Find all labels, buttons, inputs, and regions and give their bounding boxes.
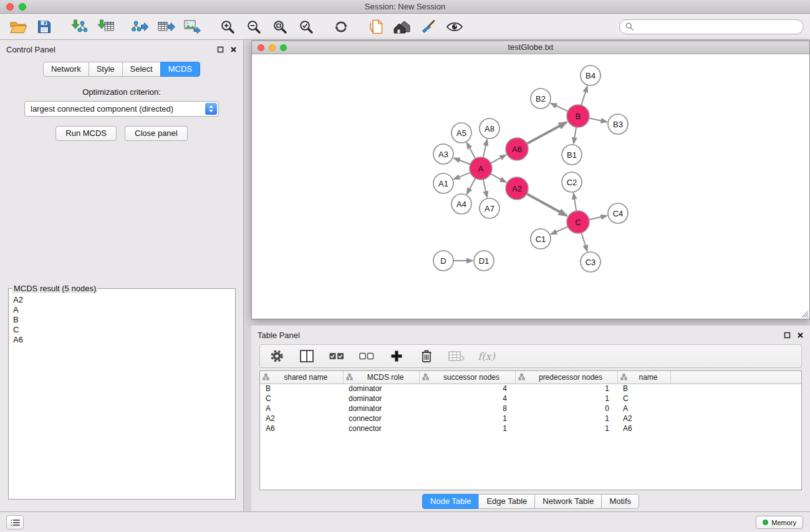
open-session-button[interactable] xyxy=(7,17,29,37)
graph-edge-B-B4[interactable] xyxy=(581,86,587,105)
column-header-successor-nodes[interactable]: successor nodes xyxy=(419,371,515,384)
table-row[interactable]: Adominator80A xyxy=(260,404,801,414)
graph-node-A[interactable]: A xyxy=(470,157,492,180)
graph-node-B1[interactable]: B1 xyxy=(562,145,582,165)
show-panels-button[interactable] xyxy=(6,515,24,530)
graph-node-B[interactable]: B xyxy=(567,105,589,127)
graph-node-A6[interactable]: A6 xyxy=(506,138,528,160)
search-input[interactable] xyxy=(637,22,798,31)
graph-node-A3[interactable]: A3 xyxy=(433,144,453,164)
graph-node-A2[interactable]: A2 xyxy=(506,177,528,200)
export-table-button[interactable] xyxy=(156,17,177,37)
table-row[interactable]: A6connector11A6 xyxy=(260,423,801,433)
graph-edge-C-C2[interactable] xyxy=(574,193,576,211)
close-panel-action-button[interactable]: Close panel xyxy=(125,126,188,141)
graph-edge-B-B1[interactable] xyxy=(574,127,576,143)
apply-layout-button[interactable] xyxy=(330,17,352,37)
graph-node-C4[interactable]: C4 xyxy=(608,203,628,223)
graph-node-B4[interactable]: B4 xyxy=(581,65,600,85)
table-settings-button[interactable] xyxy=(268,347,286,365)
close-panel-button[interactable] xyxy=(229,46,238,54)
table-row[interactable]: Bdominator41B xyxy=(260,384,801,394)
graph-edge-A-A8[interactable] xyxy=(483,140,487,158)
tab-motifs[interactable]: Motifs xyxy=(601,494,639,509)
column-header-shared-name[interactable]: shared name xyxy=(260,371,343,384)
graph-edge-A-A3[interactable] xyxy=(454,158,470,164)
graph-edge-A-A7[interactable] xyxy=(483,180,487,198)
graph-node-D[interactable]: D xyxy=(433,251,453,271)
graph-node-C1[interactable]: C1 xyxy=(531,229,551,249)
graph-edge-B-B3[interactable] xyxy=(589,118,607,122)
zoom-out-button[interactable] xyxy=(243,17,264,37)
graph-node-B3[interactable]: B3 xyxy=(608,114,628,134)
tab-style[interactable]: Style xyxy=(89,62,123,77)
toggle-graphics-details-button[interactable] xyxy=(444,17,465,37)
delete-columns-button[interactable] xyxy=(418,347,435,365)
first-neighbors-button[interactable] xyxy=(392,17,413,37)
deselect-all-button[interactable] xyxy=(358,347,375,365)
zoom-in-button[interactable] xyxy=(217,17,238,37)
tab-mcds[interactable]: MCDS xyxy=(160,62,200,77)
resize-grip-icon[interactable] xyxy=(800,309,809,318)
graph-node-A4[interactable]: A4 xyxy=(451,194,471,214)
select-all-button[interactable] xyxy=(328,347,345,365)
graph-edge-A2-C[interactable] xyxy=(527,194,567,216)
float-table-panel-button[interactable] xyxy=(783,331,791,339)
apply-style-button[interactable] xyxy=(418,17,439,37)
graph-edge-B-B2[interactable] xyxy=(551,104,567,112)
function-builder-button[interactable]: f(x) xyxy=(478,347,495,365)
graph-node-B2[interactable]: B2 xyxy=(531,89,551,109)
delete-table-button[interactable] xyxy=(448,347,465,365)
column-header-name[interactable]: name xyxy=(617,371,670,384)
graph-edge-C-C4[interactable] xyxy=(589,216,607,220)
tab-node-table[interactable]: Node Table xyxy=(422,494,480,509)
graph-edge-A-A6[interactable] xyxy=(491,155,506,163)
zoom-window-button[interactable] xyxy=(19,3,26,11)
export-network-button[interactable] xyxy=(130,17,151,37)
graph-edge-A-A5[interactable] xyxy=(467,143,476,158)
minimize-view-button[interactable] xyxy=(269,44,276,51)
graph-node-A5[interactable]: A5 xyxy=(451,123,471,143)
network-canvas[interactable]: B4B2BB3A5A8A6B1A3AC2A1A2A4A7CC4C1C3DD1 xyxy=(252,54,809,319)
table-row[interactable]: Cdominator41C xyxy=(260,394,801,404)
graph-edge-C-C3[interactable] xyxy=(581,233,587,251)
criterion-dropdown[interactable]: largest connected component (directed) xyxy=(24,101,219,117)
close-window-button[interactable] xyxy=(6,3,14,11)
tab-network[interactable]: Network xyxy=(43,62,89,77)
tab-network-table[interactable]: Network Table xyxy=(534,494,602,509)
import-table-button[interactable] xyxy=(95,17,116,37)
graph-node-D1[interactable]: D1 xyxy=(474,251,494,271)
close-view-button[interactable] xyxy=(258,44,264,51)
graph-edge-A-A1[interactable] xyxy=(454,173,471,180)
save-session-button[interactable] xyxy=(34,17,55,37)
import-network-button[interactable] xyxy=(69,17,90,37)
zoom-selected-button[interactable] xyxy=(296,17,317,37)
float-panel-button[interactable] xyxy=(216,46,224,54)
column-header-MCDS-role[interactable]: MCDS role xyxy=(343,371,419,384)
graph-edge-A6-B[interactable] xyxy=(527,122,567,143)
network-window-titlebar[interactable]: testGlobe.txt xyxy=(252,41,809,54)
memory-button[interactable]: Memory xyxy=(756,516,803,529)
graph-node-C[interactable]: C xyxy=(567,211,589,233)
tab-edge-table[interactable]: Edge Table xyxy=(478,494,535,509)
graph-edge-C-C1[interactable] xyxy=(551,226,567,234)
graph-node-C3[interactable]: C3 xyxy=(581,252,600,272)
graph-node-A7[interactable]: A7 xyxy=(480,198,499,218)
maximize-view-button[interactable] xyxy=(280,44,287,51)
column-header-predecessor-nodes[interactable]: predecessor nodes xyxy=(515,371,617,384)
graph-node-A1[interactable]: A1 xyxy=(433,173,453,193)
close-table-panel-button[interactable] xyxy=(796,331,804,339)
table-delete-icon xyxy=(448,350,465,362)
table-row[interactable]: A2connector11A2 xyxy=(260,414,801,423)
tab-select[interactable]: Select xyxy=(122,62,161,77)
graph-node-C2[interactable]: C2 xyxy=(562,172,582,192)
export-image-button[interactable] xyxy=(182,17,203,37)
create-column-button[interactable] xyxy=(388,347,405,365)
graph-edge-A-A4[interactable] xyxy=(467,178,476,194)
document-arrow-button[interactable] xyxy=(365,17,387,37)
run-mcds-button[interactable]: Run MCDS xyxy=(55,126,117,141)
graph-node-A8[interactable]: A8 xyxy=(480,118,499,138)
graph-edge-A-A2[interactable] xyxy=(491,174,506,183)
zoom-fit-button[interactable] xyxy=(269,17,291,37)
show-columns-button[interactable] xyxy=(298,347,316,365)
